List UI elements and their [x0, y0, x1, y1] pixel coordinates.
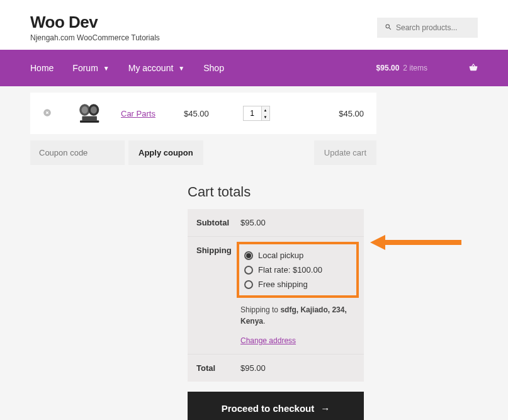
svg-point-2 — [82, 106, 88, 114]
coupon-input[interactable] — [30, 140, 125, 165]
nav-item-my-account[interactable]: My account▼ — [128, 63, 185, 73]
shipping-destination: Shipping to sdfg, Kajiado, 234, Kenya. — [240, 304, 355, 327]
proceed-to-checkout-button[interactable]: Proceed to checkout → — [188, 392, 364, 420]
arrow-right-icon: → — [320, 403, 330, 414]
search-box[interactable] — [377, 18, 478, 38]
quantity-down-button[interactable]: ▼ — [262, 113, 269, 120]
apply-coupon-button[interactable]: Apply coupon — [128, 140, 203, 165]
total-value: $95.00 — [240, 363, 355, 373]
radio-checked-icon — [244, 251, 253, 260]
product-thumbnail[interactable] — [77, 101, 103, 125]
item-subtotal: $45.00 — [326, 109, 364, 118]
site-title: Woo Dev — [30, 13, 160, 32]
total-label: Total — [196, 363, 240, 373]
cart-amount: $95.00 — [376, 64, 400, 72]
svg-marker-8 — [370, 235, 385, 250]
chevron-down-icon: ▼ — [103, 65, 110, 72]
search-input[interactable] — [396, 23, 470, 32]
annotation-arrow — [370, 233, 465, 252]
nav-item-forum[interactable]: Forum▼ — [72, 63, 109, 73]
nav-item-home[interactable]: Home — [30, 63, 54, 73]
subtotal-label: Subtotal — [196, 218, 240, 227]
item-price: $45.00 — [184, 109, 228, 118]
chevron-down-icon: ▼ — [178, 65, 184, 72]
quantity-up-button[interactable]: ▲ — [262, 106, 269, 113]
brand: Woo Dev Njengah.com WooCommerce Tutorial… — [30, 13, 160, 42]
cart-totals-title: Cart totals — [188, 184, 364, 200]
shipping-option-free-shipping[interactable]: Free shipping — [244, 280, 351, 289]
svg-rect-6 — [80, 120, 99, 122]
remove-item-icon[interactable] — [43, 108, 52, 119]
cart-summary[interactable]: $95.00 2 items — [376, 63, 478, 74]
svg-rect-5 — [82, 116, 97, 121]
nav-item-shop[interactable]: Shop — [203, 63, 224, 73]
cart-item-row: Car Parts $45.00 ▲ ▼ $45.00 — [30, 93, 376, 134]
subtotal-value: $95.00 — [240, 218, 355, 227]
svg-point-4 — [91, 106, 97, 114]
product-name-link[interactable]: Car Parts — [121, 109, 184, 118]
quantity-input[interactable] — [244, 106, 261, 120]
main-nav: Home Forum▼ My account▼ Shop $95.00 2 it… — [0, 50, 508, 86]
quantity-stepper[interactable]: ▲ ▼ — [243, 106, 270, 121]
change-address-link[interactable]: Change address — [240, 336, 296, 345]
radio-icon — [244, 266, 253, 275]
shipping-label: Shipping — [196, 246, 240, 255]
update-cart-button[interactable]: Update cart — [314, 140, 376, 165]
search-icon — [385, 23, 396, 33]
site-subtitle: Njengah.com WooCommerce Tutorials — [30, 33, 160, 42]
coupon-row: Apply coupon Update cart — [30, 140, 376, 165]
cart-totals: Cart totals Subtotal $95.00 Shipping Loc… — [188, 184, 364, 420]
shipping-option-local-pickup[interactable]: Local pickup — [244, 251, 351, 260]
shipping-highlight-box: Local pickup Flat rate: $100.00 Free shi… — [237, 242, 359, 298]
cart-item-count: 2 items — [403, 64, 427, 72]
basket-icon — [431, 63, 478, 74]
radio-icon — [244, 280, 253, 289]
shipping-option-flat-rate[interactable]: Flat rate: $100.00 — [244, 265, 351, 275]
